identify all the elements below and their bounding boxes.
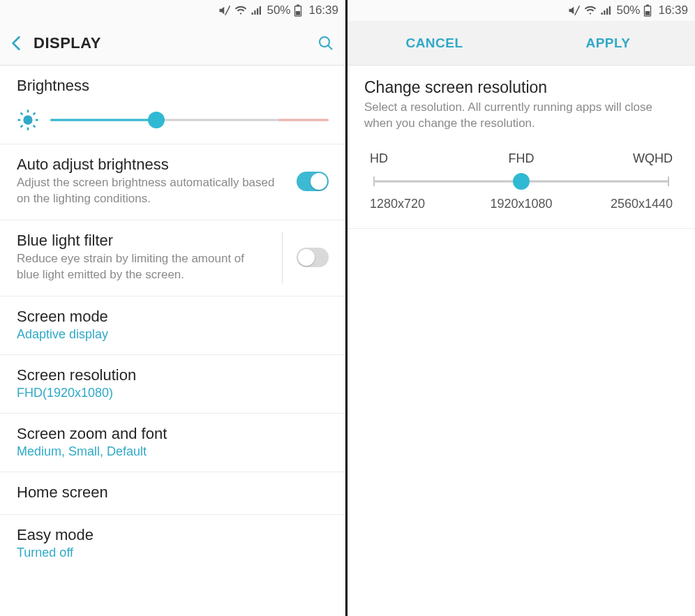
resolution-slider-section: HD FHD WQHD 1280x720 1920x1080 2560x1440 — [348, 139, 695, 229]
settings-list[interactable]: Brightness Auto adjust brightness Adjust… — [0, 66, 345, 616]
blue-light-toggle[interactable] — [297, 248, 329, 267]
cancel-button[interactable]: CANCEL — [348, 36, 521, 51]
svg-rect-18 — [645, 11, 650, 15]
screen-zoom-title: Screen zoom and font — [17, 425, 329, 443]
blue-light-title: Blue light filter — [17, 232, 265, 250]
svg-line-14 — [33, 113, 36, 115]
screen-resolution-row[interactable]: Screen resolution FHD(1920x1080) — [0, 355, 345, 414]
home-screen-title: Home screen — [17, 483, 329, 502]
brightness-icon — [17, 109, 39, 131]
res-label-wqhd: WQHD — [573, 151, 673, 166]
display-settings-screen: 50% 16:39 DISPLAY Brightness — [0, 0, 348, 616]
search-icon[interactable] — [317, 35, 334, 52]
screen-mode-value: Adaptive display — [17, 327, 329, 342]
status-bar: 50% 16:39 — [348, 0, 695, 21]
app-bar: DISPLAY — [0, 21, 345, 66]
res-value-fhd: 1920x1080 — [471, 197, 571, 211]
auto-adjust-brightness-row[interactable]: Auto adjust brightness Adjust the screen… — [0, 144, 345, 220]
svg-rect-3 — [296, 11, 300, 15]
resolution-values: 1280x720 1920x1080 2560x1440 — [370, 197, 673, 211]
resolution-slider[interactable] — [374, 172, 668, 191]
divider — [282, 232, 283, 283]
svg-line-0 — [225, 6, 230, 15]
apply-button[interactable]: APPLY — [521, 36, 695, 51]
brightness-slider[interactable] — [50, 112, 329, 128]
svg-line-13 — [21, 126, 23, 128]
auto-adjust-toggle[interactable] — [297, 172, 329, 191]
screen-zoom-row[interactable]: Screen zoom and font Medium, Small, Defa… — [0, 414, 345, 472]
svg-line-9 — [21, 113, 23, 115]
status-time: 16:39 — [658, 3, 688, 17]
screen-mode-title: Screen mode — [17, 308, 329, 326]
signal-icon — [251, 4, 263, 17]
blue-light-filter-row[interactable]: Blue light filter Reduce eye strain by l… — [0, 220, 345, 296]
mute-icon — [218, 4, 231, 17]
svg-rect-2 — [297, 4, 300, 6]
back-icon[interactable] — [11, 36, 21, 51]
status-bar: 50% 16:39 — [0, 0, 345, 21]
mute-icon — [568, 4, 581, 17]
svg-point-6 — [23, 115, 32, 124]
action-bar: CANCEL APPLY — [348, 21, 695, 66]
screen-resolution-title: Screen resolution — [17, 366, 329, 384]
easy-mode-value: Turned off — [17, 546, 329, 560]
battery-pct: 50% — [616, 3, 640, 17]
resolution-title: Change screen resolution — [364, 78, 678, 97]
svg-line-10 — [33, 126, 36, 128]
blue-light-desc: Reduce eye strain by limiting the amount… — [17, 251, 265, 283]
page-title: DISPLAY — [33, 34, 317, 52]
auto-adjust-desc: Adjust the screen brightness automatical… — [17, 175, 287, 207]
res-label-fhd: FHD — [471, 151, 571, 166]
battery-icon — [643, 4, 652, 17]
screen-resolution-value: FHD(1920x1080) — [17, 386, 329, 400]
auto-adjust-title: Auto adjust brightness — [17, 156, 287, 174]
resolution-desc: Select a resolution. All currently runni… — [364, 100, 678, 132]
wifi-icon — [584, 4, 597, 17]
easy-mode-row[interactable]: Easy mode Turned off — [0, 515, 345, 573]
res-label-hd: HD — [370, 151, 470, 166]
brightness-label: Brightness — [17, 77, 329, 95]
resolution-labels: HD FHD WQHD — [370, 151, 673, 166]
resolution-picker-screen: 50% 16:39 CANCEL APPLY Change screen res… — [348, 0, 695, 616]
home-screen-row[interactable]: Home screen — [0, 472, 345, 515]
svg-line-15 — [575, 6, 580, 15]
signal-icon — [600, 4, 613, 17]
status-time: 16:39 — [308, 3, 338, 17]
resolution-header: Change screen resolution Select a resolu… — [348, 66, 695, 139]
battery-icon — [294, 4, 302, 17]
svg-point-4 — [320, 37, 329, 47]
brightness-section: Brightness — [0, 66, 345, 144]
wifi-icon — [234, 4, 247, 17]
screen-mode-row[interactable]: Screen mode Adaptive display — [0, 296, 345, 355]
svg-line-5 — [328, 45, 332, 50]
svg-rect-17 — [647, 4, 650, 6]
res-value-hd: 1280x720 — [370, 197, 470, 211]
battery-pct: 50% — [267, 3, 290, 17]
screen-zoom-value: Medium, Small, Default — [17, 444, 329, 459]
easy-mode-title: Easy mode — [17, 526, 329, 544]
res-value-wqhd: 2560x1440 — [573, 197, 673, 211]
